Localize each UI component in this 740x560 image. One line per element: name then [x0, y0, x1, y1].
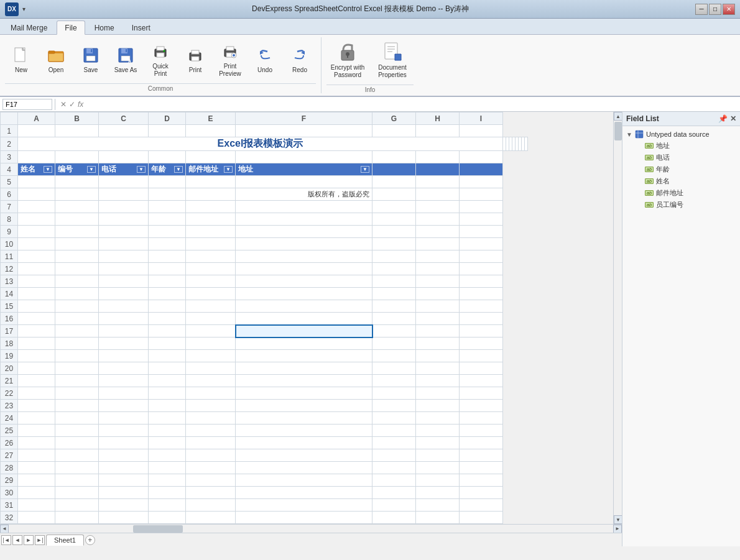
cell-F15[interactable]	[236, 300, 372, 313]
cell-B24[interactable]	[55, 412, 99, 425]
cell-D6[interactable]	[149, 188, 186, 201]
sheet-tab-sheet1[interactable]: Sheet1	[46, 535, 84, 546]
cell-G29[interactable]	[372, 474, 416, 487]
row-header-29[interactable]: 29	[1, 474, 18, 487]
cell-C18[interactable]	[99, 337, 149, 350]
cell-I14[interactable]	[460, 288, 503, 300]
save-as-button[interactable]: A Save As	[109, 38, 142, 80]
cell-H31[interactable]	[416, 499, 460, 512]
cell-B14[interactable]	[55, 288, 99, 300]
row-header-7[interactable]: 7	[1, 201, 18, 213]
cell-G20[interactable]	[372, 362, 416, 375]
col-header-e[interactable]: E	[186, 112, 236, 125]
row-header-20[interactable]: 20	[1, 362, 18, 375]
cell-H18[interactable]	[416, 337, 460, 350]
cell-C24[interactable]	[99, 412, 149, 425]
cell-I26[interactable]	[460, 437, 503, 449]
cell-H10[interactable]	[416, 238, 460, 250]
cell-I13[interactable]	[460, 275, 503, 288]
cell-B9[interactable]	[55, 226, 99, 238]
row-header-17[interactable]: 17	[1, 325, 18, 337]
cell-C27[interactable]	[99, 449, 149, 462]
cell-C13[interactable]	[99, 275, 149, 288]
cell-E15[interactable]	[186, 300, 236, 313]
cell-H5[interactable]	[416, 176, 460, 188]
cell-H11[interactable]	[416, 250, 460, 263]
col-header-c[interactable]: C	[99, 112, 149, 125]
cell-H30[interactable]	[416, 487, 460, 499]
cell-B31[interactable]	[55, 499, 99, 512]
field-list-pin-button[interactable]: 📌	[718, 114, 728, 123]
cell-B12[interactable]	[55, 263, 99, 275]
cell-A23[interactable]	[18, 400, 55, 412]
scroll-down-button[interactable]: ▼	[614, 515, 622, 524]
cell-C28[interactable]	[99, 462, 149, 474]
cell-G4[interactable]	[372, 163, 416, 176]
cell-A3[interactable]	[18, 151, 55, 163]
cell-H22[interactable]	[416, 387, 460, 400]
cell-I28[interactable]	[460, 462, 503, 474]
cell-A15[interactable]	[18, 300, 55, 313]
cell-F20[interactable]	[236, 362, 372, 375]
cell-E12[interactable]	[186, 263, 236, 275]
cell-B25[interactable]	[55, 425, 99, 437]
cell-F7[interactable]	[236, 201, 372, 213]
cell-F17[interactable]	[236, 325, 372, 337]
undo-button[interactable]: Undo	[249, 38, 281, 80]
cell-D31[interactable]	[149, 499, 186, 512]
col-header-d[interactable]: D	[149, 112, 186, 125]
row-header-6[interactable]: 6	[1, 188, 18, 201]
cell-C29[interactable]	[99, 474, 149, 487]
row-header-12[interactable]: 12	[1, 263, 18, 275]
cell-H25[interactable]	[416, 425, 460, 437]
cell-B32[interactable]	[55, 512, 99, 524]
cell-G13[interactable]	[372, 275, 416, 288]
cell-D17[interactable]	[149, 325, 186, 337]
cell-D4[interactable]: 年龄▼	[149, 163, 186, 176]
row-header-26[interactable]: 26	[1, 437, 18, 449]
cell-I32[interactable]	[460, 512, 503, 524]
cell-G5[interactable]	[372, 176, 416, 188]
cell-E4[interactable]: 邮件地址▼	[186, 163, 236, 176]
open-button[interactable]: Open	[40, 38, 72, 80]
cell-F21[interactable]	[236, 375, 372, 387]
cell-H32[interactable]	[416, 512, 460, 524]
cell-G10[interactable]	[372, 238, 416, 250]
cell-I11[interactable]	[460, 250, 503, 263]
cell-G23[interactable]	[372, 400, 416, 412]
cell-C9[interactable]	[99, 226, 149, 238]
cell-G6[interactable]	[372, 188, 416, 201]
cell-D11[interactable]	[149, 250, 186, 263]
header-dropdown-E[interactable]: ▼	[224, 166, 233, 173]
print-preview-button[interactable]: PrintPreview	[214, 38, 246, 80]
cell-D9[interactable]	[149, 226, 186, 238]
quick-print-button[interactable]: QuickPrint	[144, 38, 177, 80]
cell-G25[interactable]	[372, 425, 416, 437]
cell-F25[interactable]	[236, 425, 372, 437]
cell-F11[interactable]	[236, 250, 372, 263]
row-header-27[interactable]: 27	[1, 449, 18, 462]
cell-G31[interactable]	[372, 499, 416, 512]
cell-F18[interactable]	[236, 337, 372, 350]
cell-F14[interactable]	[236, 288, 372, 300]
cell-F12[interactable]	[236, 263, 372, 275]
cell-F4[interactable]: 地址▼	[236, 163, 372, 176]
cell-D25[interactable]	[149, 425, 186, 437]
cell-I17[interactable]	[460, 325, 503, 337]
cell-H3[interactable]	[416, 151, 460, 163]
cell-E25[interactable]	[186, 425, 236, 437]
vscroll-thumb[interactable]	[614, 122, 622, 140]
cell-H9[interactable]	[416, 226, 460, 238]
cell-D32[interactable]	[149, 512, 186, 524]
cell-B7[interactable]	[55, 201, 99, 213]
vertical-scrollbar[interactable]: ▲ ▼	[613, 112, 622, 524]
cell-D5[interactable]	[149, 176, 186, 188]
cell-A32[interactable]	[18, 512, 55, 524]
cell-C5[interactable]	[99, 176, 149, 188]
cell-D15[interactable]	[149, 300, 186, 313]
tab-insert[interactable]: Insert	[124, 21, 159, 34]
cell-B15[interactable]	[55, 300, 99, 313]
cell-G21[interactable]	[372, 375, 416, 387]
cell-G24[interactable]	[372, 412, 416, 425]
horizontal-scrollbar[interactable]: ◄ ►	[0, 524, 622, 533]
